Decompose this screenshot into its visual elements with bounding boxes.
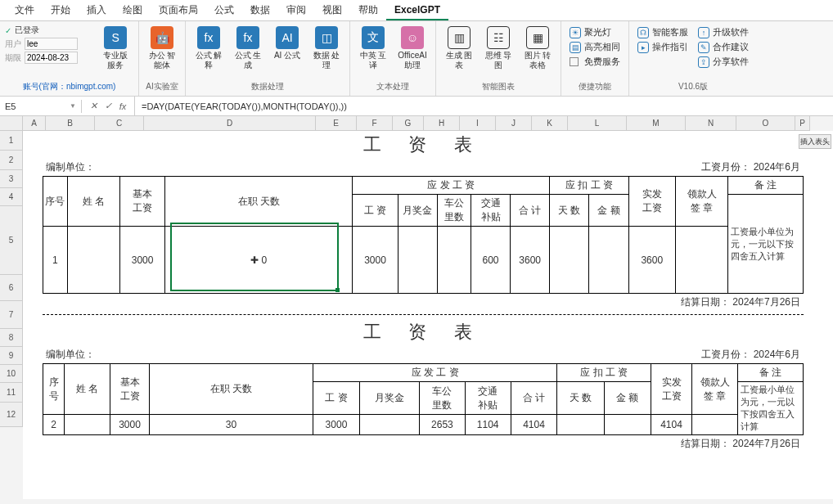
col-header-H[interactable]: H [424, 116, 460, 131]
cell-traf[interactable]: 1104 [465, 415, 511, 435]
menu-layout[interactable]: 页面布局 [151, 0, 206, 20]
cancel-formula-button[interactable]: ✕ [87, 101, 100, 111]
col-header-O[interactable]: O [736, 116, 795, 131]
cell-damt[interactable] [604, 415, 651, 435]
cell-wage[interactable]: 3000 [313, 415, 360, 435]
row-header-4[interactable]: 4 [0, 188, 23, 206]
menu-view[interactable]: 视图 [314, 0, 350, 20]
cell-traf[interactable]: 600 [471, 227, 510, 294]
col-header-D[interactable]: D [144, 116, 316, 131]
cell-sum[interactable]: 3600 [511, 227, 550, 294]
formula-gen-button[interactable]: fx公式 生成 [230, 25, 266, 72]
row-header-6[interactable]: 6 [0, 275, 23, 301]
mindmap-button[interactable]: ☷思维 导图 [480, 25, 516, 72]
grid[interactable]: 插入表头 工 资 表 编制单位： 工资月份： 2024年6月 序号 姓 名 基本… [23, 131, 833, 499]
cell-wage[interactable]: 3000 [353, 227, 398, 294]
cell-base[interactable]: 3000 [120, 227, 165, 294]
col-pay: 应 发 工 资 [353, 177, 550, 195]
menu-excelgpt[interactable]: ExcelGPT [386, 1, 448, 20]
share-button[interactable]: ⇪分享软件 [698, 56, 749, 68]
row-header-5[interactable]: 5 [0, 206, 23, 275]
col-header-L[interactable]: L [568, 116, 627, 131]
menu-review[interactable]: 审阅 [278, 0, 314, 20]
cell-name[interactable] [65, 415, 110, 435]
row-header-2[interactable]: 2 [0, 151, 23, 170]
cell-dday[interactable] [557, 415, 604, 435]
row-header-11[interactable]: 11 [0, 383, 23, 403]
data-process-button[interactable]: ◫数据 处理 [308, 25, 344, 72]
cell-base[interactable]: 3000 [110, 415, 150, 435]
cell-car[interactable] [437, 227, 471, 294]
col-header-P[interactable]: P [795, 116, 810, 131]
cell-seq[interactable]: 2 [43, 415, 65, 435]
row-header-12[interactable]: 12 [0, 403, 23, 427]
col-header-B[interactable]: B [46, 116, 95, 131]
smart-service-button[interactable]: ☊智能客服 [637, 26, 688, 38]
cell-days[interactable]: 30 [150, 415, 313, 435]
upgrade-button[interactable]: ↑升级软件 [698, 26, 749, 38]
col-header-M[interactable]: M [627, 116, 686, 131]
menu-file[interactable]: 文件 [7, 0, 43, 20]
cell-bonus[interactable] [398, 227, 437, 294]
account-link[interactable]: 账号(官网：nbimgpt.com) [5, 81, 133, 92]
col-header-A[interactable]: A [23, 116, 46, 131]
col-header-N[interactable]: N [686, 116, 736, 131]
cell-bonus[interactable] [359, 415, 419, 435]
free-service-check[interactable]: 免费服务 [570, 56, 620, 68]
insert-header-button[interactable]: 插入表头 [799, 134, 831, 149]
chevron-down-icon[interactable]: ▼ [70, 102, 76, 110]
row-header-10[interactable]: 10 [0, 365, 23, 383]
cell-sign[interactable] [675, 227, 727, 294]
highlight-same-button[interactable]: ▤高亮相同 [570, 41, 620, 53]
cell-dday[interactable] [550, 227, 589, 294]
gen-chart-button[interactable]: ▥生成 图表 [441, 25, 477, 72]
col-header-K[interactable]: K [532, 116, 568, 131]
translate-button[interactable]: 文中英 互译 [355, 25, 391, 72]
col-header-F[interactable]: F [357, 116, 393, 131]
officeai-button[interactable]: ☺OfficeAI 助理 [394, 25, 430, 72]
row-header-9[interactable]: 9 [0, 347, 23, 365]
name-box[interactable]: E5▼ [0, 100, 82, 113]
cell-seq[interactable]: 1 [43, 227, 68, 294]
cell-name[interactable] [67, 227, 119, 294]
formula-input[interactable]: =DAY(DATE(YEAR(TODAY()),MONTH(TODAY()),)… [135, 100, 833, 113]
col-header-I[interactable]: I [460, 116, 496, 131]
col-header-C[interactable]: C [95, 116, 144, 131]
column-headers[interactable]: ABCDEFGHIJKLMNOP [23, 116, 810, 131]
select-all-corner[interactable] [0, 116, 23, 131]
col-header-E[interactable]: E [316, 116, 357, 131]
menu-help[interactable]: 帮助 [350, 0, 386, 20]
menu-home[interactable]: 开始 [43, 0, 79, 20]
cell-days[interactable]: ✚ 0 [165, 227, 353, 294]
login-status: 已登录 [15, 25, 39, 36]
col-header-G[interactable]: G [393, 116, 424, 131]
spotlight-button[interactable]: ☀聚光灯 [570, 26, 620, 38]
row-header-8[interactable]: 8 [0, 329, 23, 347]
cell-net[interactable]: 4104 [651, 415, 692, 435]
menu-formula[interactable]: 公式 [206, 0, 242, 20]
expire-field[interactable] [25, 52, 78, 64]
cell-net[interactable]: 3600 [628, 227, 675, 294]
row-header-7[interactable]: 7 [0, 301, 23, 329]
office-agent-button[interactable]: 🤖办公 智能体 [144, 25, 180, 72]
user-field[interactable] [25, 38, 78, 50]
cell-sum[interactable]: 4104 [511, 415, 557, 435]
menu-insert[interactable]: 插入 [79, 0, 115, 20]
menu-draw[interactable]: 绘图 [115, 0, 151, 20]
ai-formula-button[interactable]: AIAI 公式 [269, 25, 305, 62]
formula-explain-button[interactable]: fx公式 解释 [191, 25, 227, 72]
col-header-J[interactable]: J [496, 116, 532, 131]
pro-service-button[interactable]: S专业版 服务 [97, 25, 133, 72]
cell-sign[interactable] [692, 415, 738, 435]
row-header-3[interactable]: 3 [0, 170, 23, 188]
cell-car[interactable]: 2653 [420, 415, 466, 435]
cell-damt[interactable] [589, 227, 628, 294]
accept-formula-button[interactable]: ✓ [101, 101, 115, 111]
coop-button[interactable]: ✎合作建议 [698, 41, 749, 53]
row-headers[interactable]: 123456789101112 [0, 131, 23, 499]
menu-data[interactable]: 数据 [242, 0, 278, 20]
fx-button[interactable]: fx [116, 101, 129, 111]
img2table-button[interactable]: ▦图片 转表格 [520, 25, 556, 72]
guide-button[interactable]: ▸操作指引 [637, 41, 688, 53]
row-header-1[interactable]: 1 [0, 131, 23, 151]
